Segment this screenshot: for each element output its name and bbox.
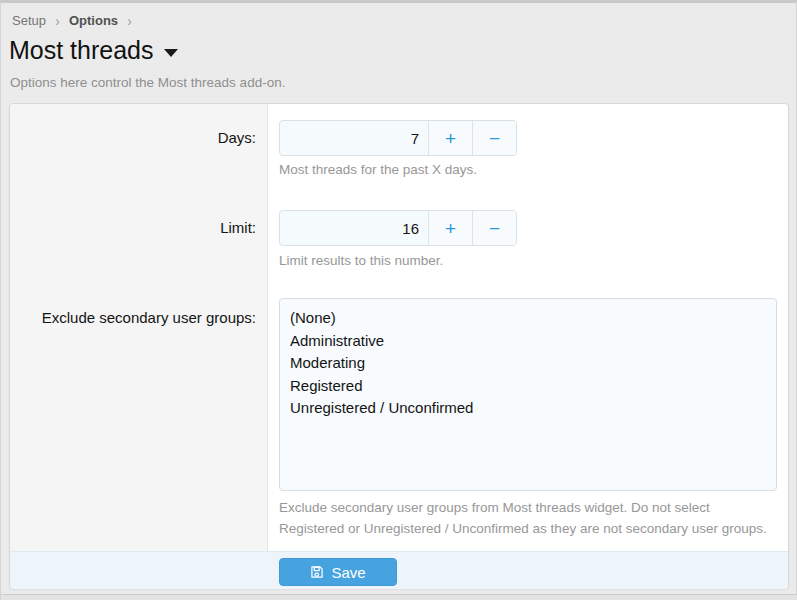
option-moderating[interactable]: Moderating xyxy=(280,352,776,375)
form-footer: Save xyxy=(10,551,788,589)
limit-spinbox: + − xyxy=(279,210,517,246)
admin-options-page: Setup › Options › Most threads Options h… xyxy=(0,0,797,600)
save-icon xyxy=(310,565,324,579)
page-title: Most threads xyxy=(9,36,154,65)
options-form: Days: + − Most threads for the past X da… xyxy=(9,103,789,589)
limit-input[interactable] xyxy=(280,211,428,245)
save-button-label: Save xyxy=(331,564,365,581)
option-none[interactable]: (None) xyxy=(280,307,776,330)
breadcrumb-separator-icon: › xyxy=(55,14,60,27)
breadcrumb-separator-icon: › xyxy=(127,14,132,27)
page-description: Options here control the Most threads ad… xyxy=(10,75,285,90)
exclude-groups-hint: Exclude secondary user groups from Most … xyxy=(279,497,777,539)
page-bottom-edge xyxy=(1,594,797,600)
days-decrement-button[interactable]: − xyxy=(472,121,516,155)
breadcrumb-setup[interactable]: Setup xyxy=(12,13,46,28)
limit-decrement-button[interactable]: − xyxy=(472,211,516,245)
days-spinbox: + − xyxy=(279,120,517,156)
option-registered[interactable]: Registered xyxy=(280,375,776,398)
days-increment-button[interactable]: + xyxy=(428,121,472,155)
option-administrative[interactable]: Administrative xyxy=(280,330,776,353)
days-hint: Most threads for the past X days. xyxy=(279,159,477,180)
days-label: Days: xyxy=(10,128,256,148)
limit-label: Limit: xyxy=(10,218,256,238)
option-unregistered[interactable]: Unregistered / Unconfirmed xyxy=(280,397,776,420)
exclude-groups-label: Exclude secondary user groups: xyxy=(10,308,256,328)
limit-hint: Limit results to this number. xyxy=(279,250,443,271)
page-title-dropdown[interactable]: Most threads xyxy=(9,36,178,65)
breadcrumb: Setup › Options › xyxy=(12,13,132,28)
days-input[interactable] xyxy=(280,121,428,155)
limit-increment-button[interactable]: + xyxy=(428,211,472,245)
save-button[interactable]: Save xyxy=(279,558,397,586)
breadcrumb-options[interactable]: Options xyxy=(69,13,118,28)
chevron-down-icon xyxy=(164,49,178,57)
exclude-groups-multiselect[interactable]: (None) Administrative Moderating Registe… xyxy=(279,298,777,491)
